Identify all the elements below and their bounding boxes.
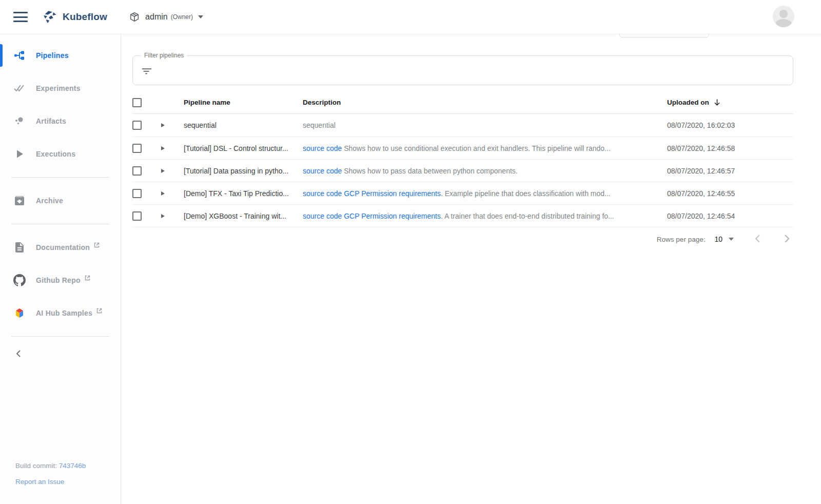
sidebar-item-label: Github Repo [36, 276, 81, 284]
row-checkbox-cell [132, 211, 154, 221]
next-page-button[interactable] [782, 234, 791, 245]
description-link[interactable]: source code [303, 189, 342, 198]
description-link[interactable]: source code [303, 167, 342, 175]
external-link-icon [84, 275, 91, 281]
expand-row-icon[interactable] [161, 146, 165, 150]
report-issue-link[interactable]: Report an Issue [15, 478, 64, 486]
previous-page-button[interactable] [753, 234, 763, 245]
sidebar-divider [11, 177, 109, 178]
chevron-down-icon [198, 15, 203, 18]
table-row[interactable]: [Demo] XGBoost - Training wit...source c… [132, 204, 793, 227]
description-link[interactable]: GCP Permission requirements [344, 189, 441, 198]
sidebar-item-artifacts[interactable]: Artifacts [0, 105, 121, 138]
uploaded-on-cell: 08/07/2020, 12:46:57 [667, 167, 793, 175]
pipeline-name-cell[interactable]: [Demo] XGBoost - Training wit... [177, 212, 303, 220]
sidebar-item-experiments[interactable]: Experiments [0, 72, 121, 105]
row-expander-cell [154, 214, 177, 218]
sidebar-collapse-button[interactable] [0, 343, 121, 364]
filter-pipelines-field[interactable]: Filter pipelines [132, 55, 793, 85]
external-link-icon [96, 307, 103, 314]
row-expander-cell [154, 169, 177, 173]
pipeline-description-cell: source code Shows how to pass data betwe… [303, 167, 667, 175]
expand-row-icon[interactable] [161, 123, 165, 127]
kubeflow-logo-icon [42, 9, 57, 25]
kubeflow-logo[interactable]: Kubeflow [42, 9, 107, 25]
rows-per-page-select[interactable]: 10 [714, 235, 734, 243]
table-row[interactable]: [Tutorial] Data passing in pytho...sourc… [132, 159, 793, 182]
description-link[interactable]: source code [303, 144, 342, 152]
namespace-selector[interactable]: admin (Owner) [129, 11, 203, 23]
build-commit-link[interactable]: 743746b [59, 462, 86, 470]
table-row[interactable]: [Demo] TFX - Taxi Tip Predictio...source… [132, 182, 793, 204]
filter-label: Filter pipelines [141, 52, 187, 59]
column-header-description: Description [303, 99, 667, 106]
uploaded-on-cell: 08/07/2020, 12:46:54 [667, 212, 793, 220]
row-checkbox[interactable] [132, 166, 142, 176]
sidebar-item-documentation[interactable]: Documentation [0, 231, 121, 264]
app-header: Kubeflow admin (Owner) [0, 0, 821, 34]
column-header-uploaded-on[interactable]: Uploaded on [667, 99, 793, 106]
pipeline-name-cell[interactable]: [Tutorial] Data passing in pytho... [177, 167, 303, 175]
filter-icon [141, 65, 152, 76]
table-row[interactable]: sequentialsequential08/07/2020, 16:02:03 [132, 114, 793, 137]
row-checkbox[interactable] [132, 144, 142, 153]
sidebar-divider [11, 224, 109, 224]
select-all-checkbox[interactable] [132, 98, 142, 107]
sidebar-item-pipelines[interactable]: Pipelines [0, 39, 121, 72]
pipeline-description-cell: source code Shows how to use conditional… [303, 144, 667, 152]
row-expander-cell [154, 146, 177, 150]
row-checkbox-cell [132, 166, 154, 176]
uploaded-on-label: Uploaded on [667, 99, 709, 106]
description-link[interactable]: source code [303, 212, 342, 220]
ai-hub-icon [13, 307, 26, 319]
sidebar-item-label: Documentation [36, 243, 90, 251]
row-checkbox[interactable] [132, 121, 142, 130]
uploaded-on-cell: 08/07/2020, 12:46:58 [667, 144, 793, 152]
experiments-icon [13, 82, 26, 94]
sidebar-item-archive[interactable]: Archive [0, 184, 121, 217]
app-title: Kubeflow [63, 11, 107, 23]
main-content: Pipelines + Upload pipeline Refresh Dele… [121, 12, 821, 251]
filter-input[interactable] [159, 66, 785, 75]
uploaded-on-cell: 08/07/2020, 16:02:03 [667, 121, 793, 129]
archive-icon [13, 195, 26, 207]
row-checkbox[interactable] [132, 211, 142, 221]
pipeline-name-cell[interactable]: [Demo] TFX - Taxi Tip Predictio... [177, 189, 303, 198]
row-checkbox-cell [132, 189, 154, 198]
sidebar-item-label: Experiments [36, 84, 81, 92]
user-avatar[interactable] [773, 6, 794, 27]
namespace-cube-icon [129, 11, 140, 23]
uploaded-on-cell: 08/07/2020, 12:46:55 [667, 189, 793, 198]
sidebar-item-github-repo[interactable]: Github Repo [0, 264, 121, 297]
description-text: . Example pipeline that does classificat… [441, 189, 611, 198]
hamburger-menu-icon[interactable] [13, 12, 28, 22]
namespace-role: (Owner) [171, 13, 193, 21]
table-row[interactable]: [Tutorial] DSL - Control structur...sour… [132, 137, 793, 159]
description-text: sequential [303, 121, 336, 129]
sort-descending-icon [713, 99, 721, 106]
sidebar-footer: Build commit: 743746b Report an Issue [15, 462, 86, 486]
row-checkbox[interactable] [132, 189, 142, 198]
sidebar-divider [11, 336, 109, 337]
expand-row-icon[interactable] [161, 191, 165, 196]
avatar-body-icon [775, 19, 792, 27]
sidebar-item-executions[interactable]: Executions [0, 138, 121, 170]
sidebar: Pipelines Experiments Artifacts Executio… [0, 34, 121, 504]
pipeline-name-cell[interactable]: sequential [177, 121, 303, 129]
chevron-left-icon [753, 234, 763, 243]
pipelines-table: Pipeline name Description Uploaded on se… [132, 91, 793, 227]
rows-per-page-label: Rows per page: [657, 236, 706, 243]
sidebar-item-ai-hub-samples[interactable]: AI Hub Samples [0, 297, 121, 329]
sidebar-item-label: AI Hub Samples [36, 309, 92, 317]
executions-icon [13, 148, 26, 160]
description-link[interactable]: GCP Permission requirements [344, 212, 441, 220]
expand-row-icon[interactable] [161, 214, 165, 218]
pipeline-description-cell: source code GCP Permission requirements.… [303, 212, 667, 220]
external-link-icon [93, 242, 100, 248]
column-header-pipeline-name: Pipeline name [177, 99, 303, 106]
pipelines-icon [13, 49, 26, 62]
documentation-icon [13, 241, 26, 254]
expand-row-icon[interactable] [161, 169, 165, 173]
pipeline-name-cell[interactable]: [Tutorial] DSL - Control structur... [177, 144, 303, 152]
github-icon [13, 274, 26, 286]
